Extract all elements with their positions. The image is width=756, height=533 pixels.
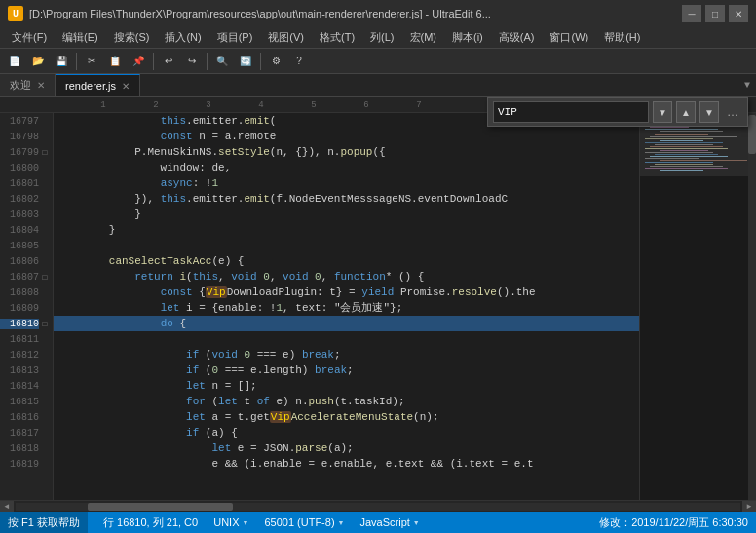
scroll-thumb-h[interactable] bbox=[88, 503, 233, 511]
fold-icon[interactable]: □ bbox=[41, 272, 49, 282]
fold-icon[interactable]: □ bbox=[41, 319, 49, 328]
fold-icon[interactable] bbox=[41, 256, 49, 266]
status-line-ending[interactable]: UNIX bbox=[213, 516, 248, 528]
fold-icon[interactable] bbox=[41, 116, 49, 126]
code-line[interactable]: canSelectTaskAcc(e) { bbox=[54, 253, 639, 269]
fold-icon[interactable] bbox=[41, 350, 49, 360]
tab-welcome[interactable]: 欢迎 ✕ bbox=[0, 74, 56, 96]
find-toolbar: ▼ ▲ ▼ … bbox=[487, 97, 748, 127]
fold-icon[interactable] bbox=[41, 163, 49, 172]
code-line[interactable]: async: !1 bbox=[54, 175, 639, 191]
fold-icon[interactable] bbox=[41, 381, 49, 391]
code-line[interactable]: let n = []; bbox=[54, 378, 639, 394]
menu-window[interactable]: 窗口(W) bbox=[542, 28, 596, 47]
tab-welcome-close[interactable]: ✕ bbox=[37, 80, 45, 91]
tab-renderer[interactable]: renderer.js ✕ bbox=[56, 74, 140, 96]
line-number: 16813 bbox=[0, 365, 39, 376]
fold-icon[interactable] bbox=[41, 209, 49, 219]
fold-icon[interactable] bbox=[41, 459, 49, 469]
code-line[interactable]: do { bbox=[54, 316, 639, 331]
code-line[interactable]: if (void 0 === e) break; bbox=[54, 347, 639, 362]
fold-icon[interactable] bbox=[41, 412, 49, 422]
find-button[interactable]: 🔍 bbox=[211, 52, 233, 71]
menu-macro[interactable]: 宏(M) bbox=[402, 28, 445, 47]
code-line[interactable]: for (let t of e) n.push(t.taskId); bbox=[54, 394, 639, 409]
fold-icon[interactable] bbox=[41, 241, 49, 250]
code-line[interactable]: if (0 === e.length) break; bbox=[54, 362, 639, 378]
fold-icon[interactable] bbox=[41, 397, 49, 406]
fold-icon[interactable] bbox=[41, 365, 49, 375]
menu-file[interactable]: 文件(F) bbox=[4, 28, 55, 47]
fold-icon[interactable] bbox=[41, 178, 49, 188]
code-line[interactable]: return i(this, void 0, void 0, function*… bbox=[54, 269, 639, 285]
find-up-button[interactable]: ▲ bbox=[676, 101, 696, 123]
paste-button[interactable]: 📌 bbox=[128, 52, 149, 71]
menu-column[interactable]: 列(L) bbox=[362, 28, 401, 47]
fold-icon[interactable]: □ bbox=[41, 147, 49, 157]
cut-button[interactable]: ✂ bbox=[81, 52, 102, 71]
menu-help[interactable]: 帮助(H) bbox=[596, 28, 648, 47]
code-line[interactable] bbox=[54, 331, 639, 347]
menu-edit[interactable]: 编辑(E) bbox=[55, 28, 106, 47]
editor-area: ▼ ▲ ▼ … 1 2 3 4 5 6 7 167971679816799□16… bbox=[0, 97, 756, 512]
minimap-thumb[interactable] bbox=[748, 115, 756, 154]
status-language[interactable]: JavaScript bbox=[359, 516, 419, 528]
code-line[interactable]: window: de, bbox=[54, 160, 639, 175]
code-line[interactable]: const {VipDownloadPlugin: t} = yield Pro… bbox=[54, 285, 639, 300]
code-line[interactable]: if (a) { bbox=[54, 425, 639, 440]
minimize-button[interactable]: ─ bbox=[682, 5, 701, 22]
scroll-right-arrow[interactable]: ► bbox=[742, 501, 756, 513]
code-line[interactable]: let i = {enable: !1, text: "会员加速"}; bbox=[54, 300, 639, 316]
save-file-button[interactable]: 💾 bbox=[51, 52, 72, 71]
menu-project[interactable]: 项目(P) bbox=[209, 28, 261, 47]
undo-button[interactable]: ↩ bbox=[158, 52, 179, 71]
fold-icon[interactable] bbox=[41, 428, 49, 438]
fold-icon[interactable] bbox=[41, 132, 49, 141]
new-file-button[interactable]: 📄 bbox=[4, 52, 25, 71]
code-line[interactable]: let a = t.getVipAccelerateMenuState(n); bbox=[54, 409, 639, 425]
open-file-button[interactable]: 📂 bbox=[27, 52, 49, 71]
status-encoding[interactable]: 65001 (UTF-8) bbox=[264, 516, 344, 528]
line-number: 16801 bbox=[0, 178, 39, 189]
tab-renderer-close[interactable]: ✕ bbox=[122, 81, 130, 92]
code-line[interactable]: } bbox=[54, 222, 639, 238]
fold-icon[interactable] bbox=[41, 443, 49, 453]
fold-icon[interactable] bbox=[41, 303, 49, 313]
fold-icon[interactable] bbox=[41, 334, 49, 344]
menu-view[interactable]: 视图(V) bbox=[260, 28, 312, 47]
menu-insert[interactable]: 插入(N) bbox=[157, 28, 208, 47]
menu-script[interactable]: 脚本(i) bbox=[444, 28, 491, 47]
code-line[interactable]: let e = JSON.parse(a); bbox=[54, 440, 639, 456]
copy-button[interactable]: 📋 bbox=[104, 52, 126, 71]
code-line[interactable]: P.MenuSkinNS.setStyle(n, {}), n.popup({ bbox=[54, 144, 639, 160]
code-content[interactable]: this.emitter.emit( const n = a.remote P.… bbox=[54, 113, 639, 500]
tab-arrow[interactable]: ▼ bbox=[738, 74, 756, 96]
find-filter-button[interactable]: ▼ bbox=[699, 101, 719, 123]
code-line[interactable]: } bbox=[54, 207, 639, 222]
fold-icon[interactable] bbox=[41, 287, 49, 297]
fold-icon[interactable] bbox=[41, 225, 49, 235]
find-input[interactable] bbox=[493, 101, 649, 123]
minimap-scrollbar[interactable] bbox=[748, 113, 756, 500]
scroll-left-arrow[interactable]: ◄ bbox=[0, 501, 14, 513]
replace-button[interactable]: 🔄 bbox=[235, 52, 256, 71]
menu-format[interactable]: 格式(T) bbox=[312, 28, 362, 47]
menu-search[interactable]: 搜索(S) bbox=[106, 28, 158, 47]
code-container[interactable]: 167971679816799□168001680116802168031680… bbox=[0, 113, 756, 500]
maximize-button[interactable]: □ bbox=[705, 5, 725, 22]
code-line[interactable]: e && (i.enable = e.enable, e.text && (i.… bbox=[54, 456, 639, 472]
close-button[interactable]: ✕ bbox=[729, 5, 748, 22]
find-down-button[interactable]: ▼ bbox=[653, 101, 672, 123]
code-line[interactable] bbox=[54, 238, 639, 253]
find-more-button[interactable]: … bbox=[723, 101, 742, 123]
minimap[interactable] bbox=[639, 113, 756, 500]
horizontal-scrollbar[interactable]: ◄ ► bbox=[0, 500, 756, 512]
code-line[interactable]: const n = a.remote bbox=[54, 129, 639, 144]
toolbar-btn-5[interactable]: ⚙ bbox=[265, 52, 286, 71]
toolbar-btn-6[interactable]: ? bbox=[288, 52, 310, 71]
code-line[interactable]: }), this.emitter.emit(f.NodeEventMesssag… bbox=[54, 191, 639, 207]
menu-advanced[interactable]: 高级(A) bbox=[491, 28, 543, 47]
scroll-track-h[interactable] bbox=[16, 503, 740, 511]
fold-icon[interactable] bbox=[41, 194, 49, 204]
redo-button[interactable]: ↪ bbox=[181, 52, 203, 71]
